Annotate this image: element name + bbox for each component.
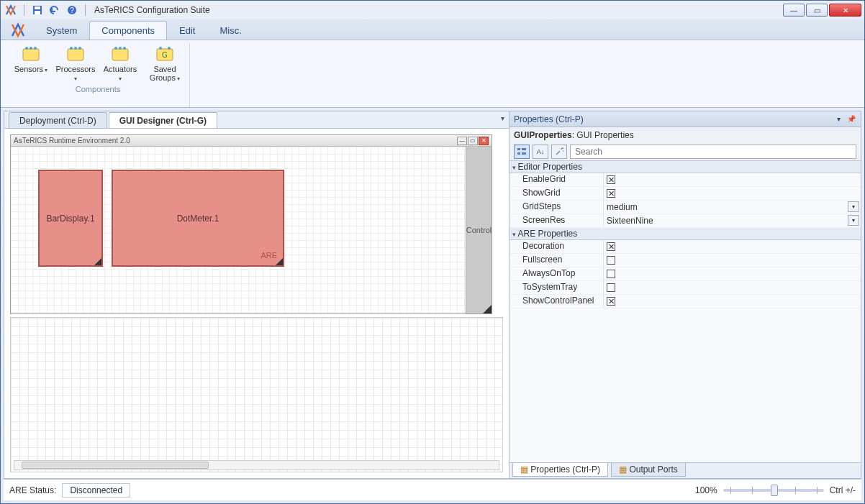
- panel-dropdown-icon[interactable]: ▾: [833, 114, 843, 124]
- are-status-value: Disconnected: [62, 483, 130, 498]
- svg-point-15: [119, 47, 122, 50]
- svg-rect-13: [112, 49, 128, 60]
- prop-key-gridsteps: GridSteps: [510, 201, 603, 214]
- ribbon-actuators[interactable]: Actuators: [100, 43, 140, 83]
- zoom-percentage: 100%: [695, 485, 717, 495]
- prop-val-gridsteps[interactable]: medium: [607, 202, 638, 212]
- prop-key-tosystemtray: ToSystemTray: [510, 281, 603, 294]
- svg-point-7: [30, 47, 32, 50]
- svg-rect-1: [35, 6, 40, 9]
- close-button[interactable]: ✕: [829, 4, 861, 17]
- svg-point-19: [159, 47, 162, 50]
- undo-icon[interactable]: [47, 3, 62, 17]
- doctab-gui-designer[interactable]: GUI Designer (Ctrl-G): [109, 112, 217, 128]
- bottom-tab-properties[interactable]: ▦ Properties (Ctrl-P): [512, 463, 608, 477]
- ribbon-group-components: Sensors Processors Actuators G Saved Gro…: [6, 43, 190, 107]
- horizontal-scrollbar[interactable]: [14, 460, 499, 470]
- prop-key-fullscreen: Fullscreen: [510, 254, 603, 267]
- app-logo-small[interactable]: [4, 3, 18, 17]
- prop-val-screenres[interactable]: SixteenNine: [607, 216, 653, 226]
- prop-checkbox-showcontrolpanel[interactable]: ✕: [607, 297, 615, 306]
- ribbon-sensors[interactable]: Sensors: [11, 43, 51, 83]
- svg-point-8: [34, 47, 37, 50]
- are-minimize-button[interactable]: —: [457, 137, 467, 145]
- svg-point-6: [25, 47, 28, 50]
- ribbon-logo[interactable]: [8, 21, 28, 40]
- svg-text:?: ?: [70, 6, 74, 14]
- resize-handle-icon[interactable]: [94, 258, 101, 265]
- zoom-slider-thumb[interactable]: [771, 485, 778, 496]
- prop-key-decoration: Decoration: [510, 240, 603, 253]
- separator: [24, 4, 24, 16]
- scrollbar-thumb[interactable]: [22, 462, 209, 469]
- minimize-button[interactable]: —: [783, 4, 805, 17]
- gui-component-bardisplay[interactable]: BarDisplay.1: [38, 170, 103, 267]
- prop-section-are[interactable]: ARE Properties: [510, 228, 861, 240]
- window-title: AsTeRICS Configuration Suite: [94, 5, 210, 15]
- sort-alphabetical-button[interactable]: A↓: [533, 145, 548, 159]
- svg-text:G: G: [162, 51, 168, 59]
- prop-checkbox-fullscreen[interactable]: [607, 256, 615, 265]
- zoom-slider[interactable]: [723, 489, 824, 492]
- tab-system[interactable]: System: [34, 21, 89, 40]
- svg-point-16: [123, 47, 126, 50]
- tab-edit[interactable]: Edit: [167, 21, 207, 40]
- are-status-label: ARE Status:: [9, 485, 56, 495]
- separator: [85, 4, 86, 16]
- svg-rect-2: [35, 11, 40, 14]
- are-runtime-window: AsTeRICS Runtime Environment 2.0 — ▭ ✕ B…: [10, 134, 492, 314]
- save-icon[interactable]: [30, 3, 45, 17]
- tab-components[interactable]: Components: [89, 21, 167, 40]
- prop-checkbox-decoration[interactable]: ✕: [607, 242, 615, 251]
- zoom-shortcut-hint: Ctrl +/-: [830, 485, 856, 495]
- resize-handle-icon[interactable]: [276, 258, 283, 265]
- ribbon-saved-groups[interactable]: G Saved Groups: [145, 43, 185, 83]
- dropdown-icon[interactable]: ▾: [848, 201, 859, 212]
- svg-point-10: [70, 47, 73, 50]
- tab-misc[interactable]: Misc.: [207, 21, 253, 40]
- svg-point-12: [78, 47, 81, 50]
- svg-rect-9: [68, 49, 83, 60]
- bottom-tab-output-ports[interactable]: ▦ Output Ports: [611, 463, 686, 477]
- panel-pin-icon[interactable]: 📌: [846, 114, 856, 124]
- prop-checkbox-showgrid[interactable]: ✕: [607, 189, 615, 198]
- doctab-deployment[interactable]: Deployment (Ctrl-D): [9, 112, 107, 128]
- svg-rect-21: [517, 148, 520, 150]
- svg-rect-24: [522, 152, 526, 155]
- svg-rect-23: [517, 152, 520, 155]
- properties-panel-header: Properties (Ctrl-P): [514, 114, 584, 124]
- properties-object-title: GUIProperties: GUI Properties: [510, 127, 861, 143]
- sort-categorized-button[interactable]: [514, 145, 530, 159]
- svg-point-11: [74, 47, 77, 50]
- ribbon-processors[interactable]: Processors: [55, 43, 96, 83]
- ribbon-group-label: Components: [76, 85, 120, 93]
- prop-checkbox-alwaysontop[interactable]: [607, 270, 615, 278]
- prop-checkbox-enablegrid[interactable]: ✕: [607, 175, 615, 184]
- designer-background-grid: [10, 317, 503, 472]
- toolbar-wrench-button[interactable]: [551, 145, 567, 159]
- prop-key-screenres: ScreenRes: [510, 214, 603, 227]
- are-close-button[interactable]: ✕: [479, 137, 489, 145]
- prop-key-showgrid: ShowGrid: [510, 187, 603, 200]
- doctab-dropdown-icon[interactable]: ▾: [501, 114, 504, 122]
- are-window-title: AsTeRICS Runtime Environment 2.0: [14, 137, 457, 145]
- prop-key-enablegrid: EnableGrid: [510, 173, 603, 186]
- prop-key-alwaysontop: AlwaysOnTop: [510, 267, 603, 280]
- prop-section-editor[interactable]: Editor Properties: [510, 161, 861, 173]
- svg-point-14: [114, 47, 117, 50]
- properties-search-input[interactable]: [570, 145, 856, 159]
- are-label: ARE: [261, 251, 277, 260]
- dropdown-icon[interactable]: ▾: [848, 215, 859, 226]
- maximize-button[interactable]: ▭: [806, 4, 828, 17]
- gui-component-dotmeter[interactable]: DotMeter.1 ARE: [112, 170, 284, 267]
- are-control-panel-strip[interactable]: Control: [466, 147, 492, 313]
- are-maximize-button[interactable]: ▭: [468, 137, 478, 145]
- svg-point-20: [168, 47, 171, 50]
- are-window-resize-handle[interactable]: [483, 305, 492, 313]
- prop-checkbox-tosystemtray[interactable]: [607, 283, 615, 292]
- svg-rect-22: [522, 148, 526, 150]
- prop-key-showcontrolpanel: ShowControlPanel: [510, 295, 603, 308]
- svg-rect-5: [23, 49, 39, 60]
- help-icon[interactable]: ?: [65, 3, 79, 17]
